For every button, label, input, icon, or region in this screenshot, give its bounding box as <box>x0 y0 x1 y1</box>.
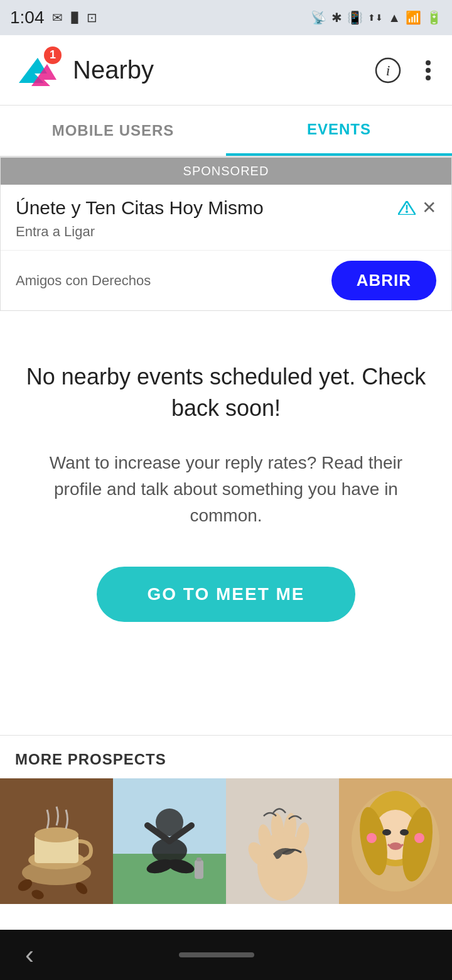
prospects-grid <box>0 778 452 904</box>
svg-point-45 <box>367 833 377 843</box>
battery-icon: 🔋 <box>426 10 442 25</box>
svg-point-9 <box>406 210 408 213</box>
ad-attribution-icon <box>398 201 416 215</box>
ad-icons: ✕ <box>398 197 436 218</box>
svg-point-42 <box>382 829 391 836</box>
info-button[interactable]: i <box>374 57 402 84</box>
svg-point-46 <box>414 833 424 843</box>
sponsored-label: SPONSORED <box>1 158 451 185</box>
app-bar-actions: i <box>374 57 439 84</box>
main-content: No nearby events scheduled yet. Check ba… <box>0 311 452 660</box>
go-to-meet-me-button[interactable]: GO TO MEET ME <box>97 567 355 622</box>
info-icon: i <box>374 57 402 84</box>
no-events-message: No nearby events scheduled yet. Check ba… <box>25 361 427 425</box>
ad-subtitle: Entra a Ligar <box>16 224 436 250</box>
svg-rect-28 <box>196 858 202 861</box>
ad-footer: Amigos con Derechos ABRIR <box>1 250 451 310</box>
prospect-item-tattoo[interactable] <box>226 778 339 904</box>
notification-badge: 1 <box>44 46 62 64</box>
more-prospects-label: MORE PROSPECTS <box>0 751 452 768</box>
ad-banner: SPONSORED Únete y Ten Citas Hoy Mismo ✕ … <box>0 157 452 311</box>
home-indicator[interactable] <box>179 952 254 957</box>
app-bar: 1 Nearby i <box>0 35 452 106</box>
data-icon: ⬆⬇ <box>368 13 383 23</box>
bluetooth-icon: ✱ <box>331 10 342 25</box>
prospect-item-blonde[interactable] <box>339 778 452 904</box>
svg-text:i: i <box>386 62 390 79</box>
svg-rect-27 <box>195 860 203 879</box>
wifi-icon: ▲ <box>388 11 401 25</box>
mail-icon: ✉ <box>52 10 63 25</box>
screenshot-icon: ⊡ <box>87 10 97 25</box>
ad-cta-button[interactable]: ABRIR <box>331 261 436 300</box>
status-icons: ✉ ▐▌ ⊡ <box>52 10 98 25</box>
more-button[interactable] <box>417 57 439 84</box>
vibrate-icon: 📳 <box>347 10 363 25</box>
tip-text: Want to increase your reply rates? Read … <box>25 450 427 529</box>
ad-title: Únete y Ten Citas Hoy Mismo <box>16 197 264 219</box>
more-icon <box>417 57 439 84</box>
prospect-fitness-image <box>113 778 226 904</box>
svg-point-4 <box>426 60 431 65</box>
status-left: 1:04 ✉ ▐▌ ⊡ <box>10 8 97 28</box>
svg-point-5 <box>426 68 431 73</box>
svg-point-14 <box>35 827 78 842</box>
ad-close-button[interactable]: ✕ <box>422 197 436 218</box>
ad-close-row: Únete y Ten Citas Hoy Mismo ✕ <box>16 197 436 219</box>
prospect-tattoo-image <box>226 778 339 904</box>
ad-brand: Amigos con Derechos <box>16 273 151 289</box>
tab-mobile-users[interactable]: MOBILE USERS <box>0 106 226 156</box>
bottom-nav: ‹ <box>0 930 452 980</box>
tab-events[interactable]: EVENTS <box>226 106 452 156</box>
signal-bars-icon: 📶 <box>406 10 421 25</box>
prospect-coffee-image <box>0 778 113 904</box>
svg-point-43 <box>400 829 409 836</box>
status-bar: 1:04 ✉ ▐▌ ⊡ 📡 ✱ 📳 ⬆⬇ ▲ 📶 🔋 <box>0 0 452 35</box>
app-logo-container: 1 <box>13 45 63 95</box>
page-title: Nearby <box>73 56 374 84</box>
prospect-blonde-image <box>339 778 452 904</box>
prospect-item-fitness[interactable] <box>113 778 226 904</box>
more-prospects-section: MORE PROSPECTS <box>0 735 452 904</box>
tabs-bar: MOBILE USERS EVENTS <box>0 106 452 157</box>
cast-icon: 📡 <box>311 10 326 25</box>
back-button[interactable]: ‹ <box>25 940 34 970</box>
ad-content: Únete y Ten Citas Hoy Mismo ✕ Entra a Li… <box>1 185 451 250</box>
status-right: 📡 ✱ 📳 ⬆⬇ ▲ 📶 🔋 <box>311 10 442 25</box>
prospect-item-coffee[interactable] <box>0 778 113 904</box>
signal-icon: ▐▌ <box>68 12 82 23</box>
svg-point-44 <box>389 842 402 850</box>
svg-point-6 <box>426 75 431 80</box>
status-time: 1:04 <box>10 8 45 28</box>
